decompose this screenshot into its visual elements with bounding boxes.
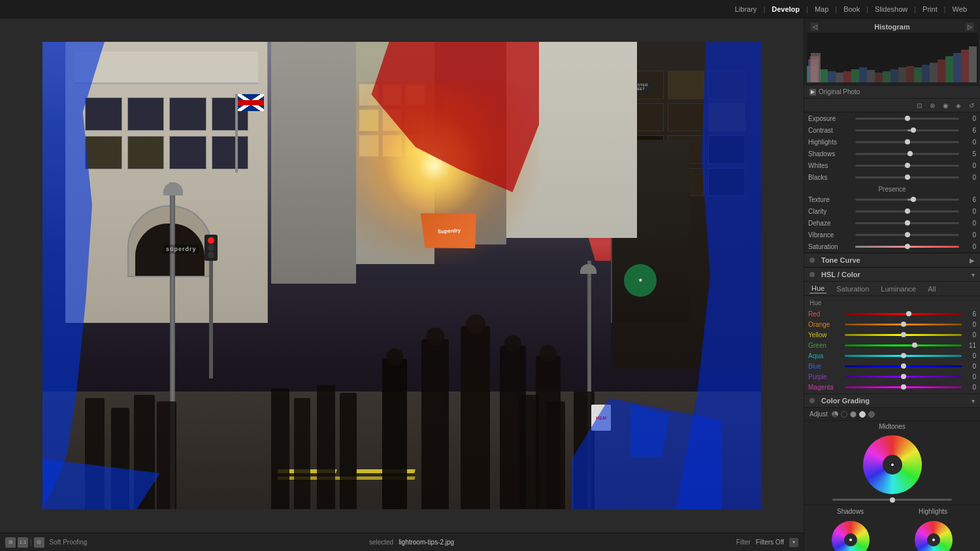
original-photo-bar: ▶ Original Photo xyxy=(804,86,980,99)
svg-rect-12 xyxy=(883,71,890,82)
left-building-facade xyxy=(75,52,258,84)
red-eye-icon[interactable]: ◉ xyxy=(941,101,950,110)
hsl-aqua-slider[interactable] xyxy=(845,355,962,357)
nav-item-web[interactable]: Web xyxy=(946,3,973,16)
color-grading-header[interactable]: Color Grading ▾ xyxy=(804,393,980,408)
crowd-right-2 xyxy=(547,401,565,509)
tone-curve-expand-icon: ▶ xyxy=(970,257,975,264)
clip-right-indicator[interactable]: ▷ xyxy=(966,23,973,31)
hsl-green-slider[interactable] xyxy=(845,344,962,346)
cg-dot-highlights[interactable] xyxy=(868,411,875,418)
hsl-tab-all[interactable]: All xyxy=(926,284,938,293)
nav-item-map[interactable]: Map xyxy=(808,3,835,16)
blacks-slider[interactable] xyxy=(855,176,959,178)
contrast-slider[interactable] xyxy=(855,129,959,131)
hsl-blue-label: Blue xyxy=(808,363,842,370)
crowd-right-1 xyxy=(519,395,539,509)
clip-left-indicator[interactable]: ◁ xyxy=(811,23,819,31)
heal-tool-icon[interactable]: ⊕ xyxy=(928,101,937,110)
dehaze-slider[interactable] xyxy=(855,222,959,224)
hsl-blue-slider[interactable] xyxy=(845,365,962,367)
small-wheel-shadows-dot[interactable] xyxy=(849,539,852,541)
nav-item-library[interactable]: Library xyxy=(728,3,764,16)
hsl-red-row: Red 6 xyxy=(804,309,980,319)
svg-rect-22 xyxy=(961,50,969,82)
hsl-yellow-row: Yellow 0 xyxy=(804,329,980,340)
wheel-dot-midtones[interactable] xyxy=(890,463,894,467)
bottom-bar: ⊞ 1:1 | ⊟ Soft Proofing selected lightro… xyxy=(0,533,804,551)
crowd-left-4 xyxy=(157,401,176,509)
hsl-magenta-row: Magenta 0 xyxy=(804,382,980,392)
whites-value: 0 xyxy=(962,162,976,169)
view-grid-icon[interactable]: ⊟ xyxy=(34,537,44,548)
cg-dot-1[interactable] xyxy=(832,411,838,418)
svg-rect-3 xyxy=(811,53,821,82)
light-green xyxy=(208,252,214,258)
small-wheel-highlights[interactable] xyxy=(915,521,953,551)
small-wheel-shadows[interactable] xyxy=(832,521,870,551)
svg-rect-19 xyxy=(938,59,945,82)
crowd-mid-2 xyxy=(294,398,310,509)
cg-dot-midtones[interactable] xyxy=(859,411,866,418)
light-orange xyxy=(208,244,214,251)
highlights-value: 0 xyxy=(962,139,976,146)
hsl-magenta-slider[interactable] xyxy=(845,386,962,388)
zoom-fit-icon[interactable]: ⊞ xyxy=(5,537,16,548)
color-grading-section: Adjust Midtones xyxy=(804,408,980,551)
small-wheel-highlights-dot[interactable] xyxy=(932,539,935,541)
nav-item-print[interactable]: Print xyxy=(916,3,944,16)
hsl-tabs: Hue Saturation Luminance All xyxy=(804,282,980,296)
hsl-tab-saturation[interactable]: Saturation xyxy=(834,284,871,293)
hsl-purple-slider[interactable] xyxy=(845,376,962,378)
orange-flag: Superdry xyxy=(421,210,478,251)
flag xyxy=(238,94,264,111)
crowd-left-3 xyxy=(134,395,155,509)
color-wheel-midtones[interactable] xyxy=(804,432,980,497)
vibrance-slider[interactable] xyxy=(855,234,959,236)
wheel-slider[interactable] xyxy=(832,499,952,501)
saturation-slider[interactable] xyxy=(855,246,959,248)
dehaze-label: Dehaze xyxy=(808,220,853,227)
image-area: ★ LEICESTERSTREET xyxy=(0,18,804,551)
tone-curve-header[interactable]: Tone Curve ▶ xyxy=(804,253,980,267)
cg-dot-2[interactable] xyxy=(841,411,847,418)
clarity-slider[interactable] xyxy=(855,210,959,212)
image-container[interactable]: ★ LEICESTERSTREET xyxy=(0,18,804,533)
cg-dots xyxy=(832,411,875,418)
reset-tool-icon[interactable]: ↺ xyxy=(967,101,976,110)
exposure-slider[interactable] xyxy=(855,118,959,120)
mask-tool-icon[interactable]: ◈ xyxy=(954,101,963,110)
cg-dot-shadows[interactable] xyxy=(850,411,857,418)
crop-tool-icon[interactable]: ⊡ xyxy=(915,101,924,110)
nav-item-slideshow[interactable]: Slideshow xyxy=(868,3,914,16)
hsl-red-slider[interactable] xyxy=(845,313,962,315)
color-wheel-circle[interactable] xyxy=(863,435,922,494)
contrast-row: Contrast 6 xyxy=(804,124,980,136)
hsl-yellow-slider[interactable] xyxy=(845,334,962,336)
hsl-tab-hue[interactable]: Hue xyxy=(809,284,826,293)
contrast-value: 6 xyxy=(962,127,976,134)
svg-rect-15 xyxy=(906,66,914,82)
highlights-slider[interactable] xyxy=(855,141,959,143)
nav-item-develop[interactable]: Develop xyxy=(765,3,806,16)
hsl-blue-row: Blue 0 xyxy=(804,361,980,371)
whites-slider[interactable] xyxy=(855,165,959,167)
shadows-value: 5 xyxy=(962,150,976,158)
texture-slider[interactable] xyxy=(855,199,959,201)
svg-rect-7 xyxy=(843,71,851,82)
hsl-header[interactable]: HSL / Color ▾ xyxy=(804,267,980,282)
nav-item-book[interactable]: Book xyxy=(837,3,866,16)
person-center-1-head xyxy=(386,348,403,365)
svg-rect-9 xyxy=(859,67,867,82)
filter-arrow[interactable]: ▾ xyxy=(789,538,798,547)
zoom-1-icon[interactable]: 1:1 xyxy=(18,537,28,548)
svg-rect-17 xyxy=(922,65,930,82)
expand-icon[interactable]: ▶ xyxy=(809,89,816,95)
shadows-slider[interactable] xyxy=(855,153,959,155)
hsl-tab-luminance[interactable]: Luminance xyxy=(879,284,918,293)
hsl-orange-slider[interactable] xyxy=(845,324,962,326)
traffic-light-box xyxy=(204,235,218,261)
hsl-yellow-value: 0 xyxy=(964,331,976,339)
wheel-slider-thumb[interactable] xyxy=(890,497,895,503)
filter-value: Filters Off xyxy=(756,539,784,546)
